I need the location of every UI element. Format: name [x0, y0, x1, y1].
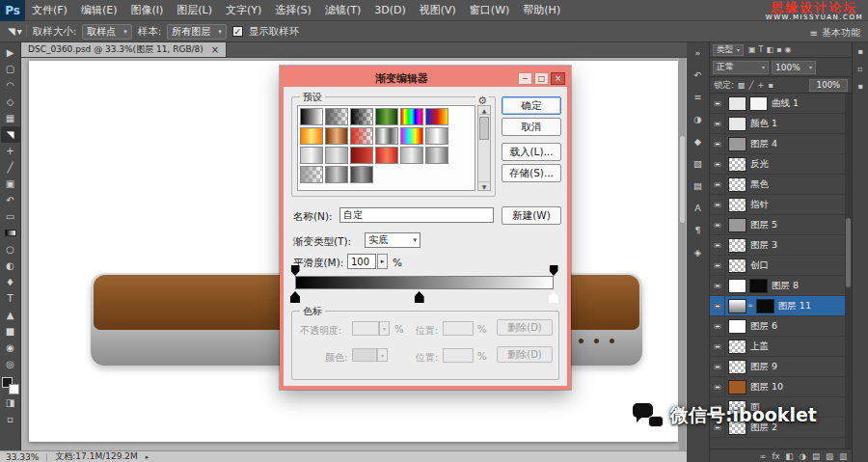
adjustments-panel-icon[interactable]: ◑ [690, 113, 707, 125]
ok-button[interactable]: 确定 [502, 96, 561, 115]
layers-scrollbar[interactable] [845, 94, 852, 448]
layer-thumbnail[interactable] [728, 319, 746, 334]
history-panel-icon[interactable]: ↶ [690, 68, 707, 81]
layer-row-上盖[interactable]: 上盖 [710, 337, 845, 357]
preset-fg-to-bg[interactable] [300, 108, 323, 125]
move-tool[interactable]: ▶ [1, 44, 20, 61]
preset-fg-to-transparent[interactable] [325, 108, 348, 125]
blend-mode-select[interactable]: 正常 ▾ [713, 61, 769, 74]
marquee-tool[interactable]: ▢ [1, 61, 20, 77]
swatches-panel-icon[interactable]: ▤ [690, 179, 707, 192]
layer-thumbnail[interactable] [728, 157, 746, 172]
lock-position-icon[interactable]: + [757, 81, 764, 90]
minimize-button[interactable]: ─ [518, 72, 532, 85]
preset-orange-yellow[interactable] [300, 127, 323, 145]
layer-row-图层 11[interactable]: ∞图层 11 [710, 296, 845, 316]
visibility-toggle[interactable] [710, 114, 725, 134]
filter-toggle-icon[interactable]: ◉ [784, 45, 791, 54]
link-layers-icon[interactable]: ∞ [759, 451, 766, 461]
eyedropper-tool[interactable]: ◥ [1, 126, 20, 143]
layer-row-创口[interactable]: 创口 [710, 256, 845, 276]
fill-control[interactable]: 100% [809, 79, 848, 92]
menu-item[interactable]: 滤镜(T) [318, 0, 367, 21]
layer-thumbnail[interactable] [728, 279, 746, 293]
tool-preset-picker[interactable]: ◥ ▾ [4, 25, 27, 38]
preset-copper[interactable] [325, 127, 348, 145]
scrollbar-thumb[interactable] [846, 218, 851, 287]
menu-item[interactable]: 图像(I) [123, 0, 170, 21]
load-button[interactable]: 载入(L)... [502, 143, 561, 161]
preset-silver-2[interactable] [400, 147, 423, 164]
channels-panel-icon[interactable]: ▪ [857, 47, 862, 56]
preset-dark-red[interactable] [350, 147, 373, 164]
character-panel-icon[interactable]: A [690, 202, 707, 214]
preset-steel[interactable] [300, 147, 323, 164]
lock-all-icon[interactable]: ▪ [768, 81, 773, 90]
menu-item[interactable]: 窗口(W) [463, 0, 516, 21]
visibility-toggle[interactable] [710, 337, 725, 357]
layer-thumbnail[interactable] [728, 299, 746, 313]
menu-item[interactable]: 3D(D) [367, 0, 413, 21]
menu-item[interactable]: 编辑(E) [74, 0, 124, 21]
save-button[interactable]: 存储(S)... [502, 164, 561, 182]
layer-row-黑色[interactable]: 黑色 [710, 175, 845, 195]
info-panel-icon[interactable]: ◈ [690, 246, 707, 258]
preset-smoke[interactable] [350, 166, 373, 183]
new-adjustment-layer-icon[interactable]: ◑ [799, 451, 805, 461]
visibility-toggle[interactable] [710, 94, 725, 114]
color-stop[interactable] [549, 291, 558, 303]
scroll-up-icon[interactable]: ▲ [478, 106, 490, 115]
preset-silver[interactable] [425, 127, 448, 145]
layer-thumbnail[interactable] [728, 238, 746, 253]
dialog-title-bar[interactable]: 渐变编辑器 ─ □ × [284, 69, 567, 87]
layer-mask-thumbnail[interactable] [749, 96, 768, 111]
gradient-name-input[interactable] [339, 207, 494, 223]
collapse-panels-icon[interactable]: » [690, 46, 707, 59]
screen-mode-button[interactable]: ▫ [1, 411, 20, 427]
layer-mask-thumbnail[interactable] [756, 299, 774, 313]
color-stop[interactable] [415, 291, 424, 303]
preset-red-to-transparent[interactable] [350, 127, 373, 145]
preset-black-to-transparent[interactable] [350, 108, 373, 125]
layer-thumbnail[interactable] [728, 218, 746, 232]
menu-item[interactable]: 帮助(H) [516, 0, 567, 21]
layer-filter-select[interactable]: 类型 ▾ [713, 44, 744, 56]
crop-tool[interactable]: ▦ [1, 110, 20, 126]
pen-tool[interactable]: ♦ [1, 274, 20, 290]
hand-tool[interactable]: ◉ [1, 340, 20, 356]
layer-thumbnail[interactable] [728, 117, 746, 131]
layer-style-icon[interactable]: fx [772, 451, 779, 461]
color-wells[interactable] [2, 377, 19, 394]
lock-transparency-icon[interactable]: ▩ [738, 81, 746, 90]
layer-mask-thumbnail[interactable] [749, 279, 768, 293]
paragraph-panel-icon[interactable]: ¶ [690, 224, 707, 236]
menu-item[interactable]: 视图(V) [413, 0, 463, 21]
visibility-toggle[interactable] [710, 235, 725, 256]
maximize-button[interactable]: □ [534, 72, 549, 85]
filter-pixel-icon[interactable]: ▣ [748, 45, 756, 54]
sample-select[interactable]: 所有图层 ▾ [167, 24, 227, 40]
layer-thumbnail[interactable] [728, 96, 746, 111]
layer-row-图层 6[interactable]: 图层 6 [710, 316, 845, 337]
gradient-preview-bar[interactable] [295, 276, 554, 289]
add-layer-mask-icon[interactable]: ◧ [785, 451, 793, 461]
visibility-toggle[interactable] [710, 316, 725, 337]
quick-mask-button[interactable]: ◨ [1, 394, 20, 411]
opacity-control[interactable]: 100% ▾ [772, 61, 816, 74]
type-tool[interactable]: T [1, 290, 20, 307]
layer-row-曲线 1[interactable]: 曲线 1 [710, 94, 845, 114]
healing-brush-tool[interactable]: + [1, 143, 20, 159]
color-stop[interactable] [290, 291, 300, 303]
visibility-toggle[interactable] [710, 175, 725, 195]
canvas-vertical-scrollbar[interactable] [679, 58, 686, 450]
layer-thumbnail[interactable] [728, 380, 746, 394]
layer-thumbnail[interactable] [728, 137, 746, 151]
sample-size-select[interactable]: 取样点 ▾ [82, 24, 132, 40]
properties-panel-icon[interactable]: ≡ [690, 91, 707, 103]
layer-row-图层 10[interactable]: 图层 10 [710, 377, 845, 397]
layer-row-反光[interactable]: 反光 [710, 154, 845, 175]
menu-item[interactable]: 图层(L) [170, 0, 219, 21]
blur-tool[interactable]: ○ [1, 241, 20, 258]
layer-row-图层 4[interactable]: 图层 4 [710, 134, 845, 154]
clone-stamp-tool[interactable]: ▣ [1, 176, 20, 192]
